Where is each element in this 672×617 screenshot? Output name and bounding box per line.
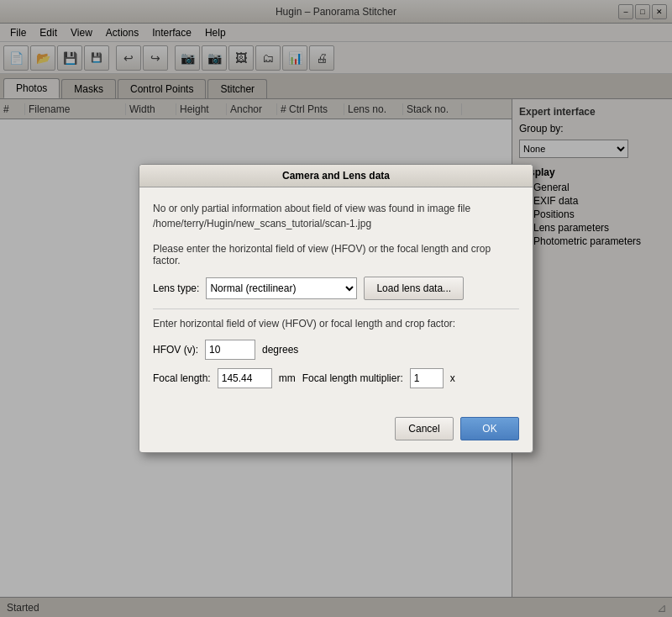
- modal-hfov-unit: degrees: [262, 344, 298, 356]
- modal-message: No or only partial information about fie…: [153, 201, 519, 231]
- modal-ok-button[interactable]: OK: [460, 417, 519, 440]
- modal-hfov-label: HFOV (v):: [153, 344, 198, 356]
- modal-body: No or only partial information about fie…: [139, 187, 533, 410]
- modal-title: Camera and Lens data: [139, 165, 533, 187]
- modal-footer: Cancel OK: [139, 410, 533, 452]
- modal-message-line2: /home/terry/Hugin/new_scans_tutorial/sca…: [153, 218, 371, 229]
- modal-hfov-row: HFOV (v): degrees: [153, 340, 519, 360]
- modal-hfov-prompt: Enter horizontal field of view (HFOV) or…: [153, 318, 519, 330]
- modal-focal-mult-label: Focal length multiplier:: [302, 372, 403, 384]
- camera-lens-dialog: Camera and Lens data No or only partial …: [139, 164, 533, 453]
- modal-lens-type-select[interactable]: Normal (rectilinear): [206, 277, 357, 299]
- modal-focal-input[interactable]: [218, 368, 272, 388]
- modal-lens-type-label: Lens type:: [153, 282, 199, 294]
- modal-prompt: Please enter the horizontal field of vie…: [153, 243, 519, 266]
- modal-focal-label: Focal length:: [153, 372, 211, 384]
- modal-lens-type-row: Lens type: Normal (rectilinear) Load len…: [153, 277, 519, 300]
- modal-overlay: Camera and Lens data No or only partial …: [0, 0, 672, 617]
- modal-focal-mult-input[interactable]: [410, 368, 444, 388]
- load-lens-data-button[interactable]: Load lens data...: [364, 277, 464, 300]
- modal-focal-row: Focal length: mm Focal length multiplier…: [153, 368, 519, 388]
- modal-focal-unit: mm: [279, 372, 296, 384]
- modal-focal-mult-suffix: x: [450, 372, 455, 384]
- modal-cancel-button[interactable]: Cancel: [395, 417, 454, 440]
- modal-separator: [153, 308, 519, 309]
- modal-hfov-input[interactable]: [205, 340, 255, 360]
- modal-message-line1: No or only partial information about fie…: [153, 203, 470, 214]
